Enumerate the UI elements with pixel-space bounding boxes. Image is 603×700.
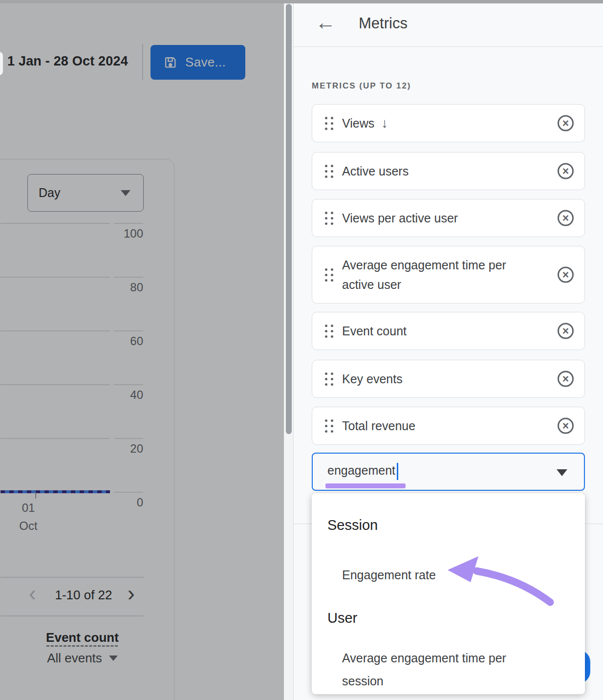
metric-chip-label: Average engagement time per active user: [342, 255, 513, 294]
modal-scrim[interactable]: [0, 0, 284, 700]
metric-chip-label: Active users: [342, 161, 409, 181]
remove-metric-icon[interactable]: ×: [558, 267, 574, 283]
scrollbar-thumb[interactable]: [286, 4, 292, 434]
metric-chip-label: Views per active user: [342, 208, 458, 228]
top-chrome-bar: [0, 0, 603, 3]
suggestion-item-engagement-rate[interactable]: Engagement rate: [342, 564, 538, 587]
remove-metric-icon[interactable]: ×: [558, 210, 574, 226]
drag-handle-icon[interactable]: [325, 268, 333, 282]
drag-handle-icon[interactable]: [325, 165, 333, 178]
drag-handle-icon[interactable]: [325, 419, 333, 433]
metric-chip-active-users[interactable]: Active users×: [312, 152, 585, 190]
metric-chip-average-engagement-time-per-active-user[interactable]: Average engagement time per active user×: [312, 246, 585, 304]
drag-handle-icon[interactable]: [325, 117, 333, 130]
chevron-down-icon[interactable]: [557, 469, 567, 476]
metric-search-value: engagement: [327, 463, 395, 478]
metric-chip-key-events[interactable]: Key events×: [312, 360, 585, 398]
suggestion-group-header: Session: [327, 517, 378, 533]
metric-chip-label: Views: [342, 113, 374, 133]
metric-chip-label: Total revenue: [342, 416, 415, 436]
annotation-highlight: [325, 483, 406, 488]
drag-handle-icon[interactable]: [325, 372, 333, 386]
back-arrow-icon[interactable]: ←: [315, 11, 336, 34]
remove-metric-icon[interactable]: ×: [558, 163, 574, 179]
metric-search-input[interactable]: engagement: [312, 453, 585, 491]
metric-chip-event-count[interactable]: Event count×: [312, 312, 585, 350]
metric-chip-views[interactable]: Views↓×: [312, 104, 585, 142]
metric-suggestions-dropdown: SessionEngagement rateUserAverage engage…: [312, 493, 585, 694]
edge-widget: [0, 52, 3, 75]
drag-handle-icon[interactable]: [325, 212, 333, 225]
remove-metric-icon[interactable]: ×: [558, 323, 574, 339]
drag-handle-icon[interactable]: [325, 325, 333, 338]
metric-chip-label: Key events: [342, 369, 403, 389]
panel-header: ← Metrics: [294, 0, 603, 47]
suggestion-item-average-engagement-time-per-session[interactable]: Average engagement time per session: [342, 647, 538, 693]
metric-chip-total-revenue[interactable]: Total revenue×: [312, 407, 585, 445]
metrics-section-label: METRICS (UP TO 12): [312, 81, 411, 91]
sort-desc-icon: ↓: [381, 115, 388, 131]
report-background: 1 Jan - 28 Oct 2024 Save... Day 10080604…: [0, 0, 284, 700]
remove-metric-icon[interactable]: ×: [558, 115, 574, 131]
metrics-panel: ← Metrics METRICS (UP TO 12) Views↓×Acti…: [293, 0, 603, 700]
metric-chip-views-per-active-user[interactable]: Views per active user×: [312, 199, 585, 237]
metric-chip-label: Event count: [342, 321, 407, 341]
scrollbar-track[interactable]: [284, 0, 293, 700]
remove-metric-icon[interactable]: ×: [558, 418, 574, 434]
text-cursor: [397, 463, 398, 480]
panel-title: Metrics: [359, 15, 408, 32]
remove-metric-icon[interactable]: ×: [558, 371, 574, 387]
suggestion-group-header: User: [327, 610, 357, 626]
